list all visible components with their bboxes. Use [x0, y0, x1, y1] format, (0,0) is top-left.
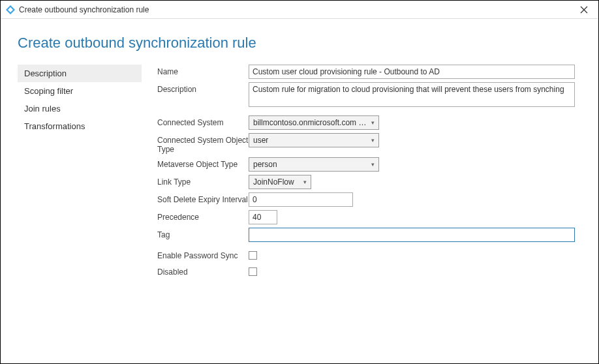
precedence-label: Precedence [157, 210, 249, 222]
disabled-label: Disabled [157, 265, 249, 277]
disabled-checkbox[interactable] [249, 267, 257, 276]
soft-delete-input[interactable] [249, 192, 353, 207]
sidebar-item-label: Description [24, 68, 67, 78]
window-title: Create outbound synchronization rule [19, 5, 571, 14]
select-value: JoinNoFlow [253, 177, 294, 187]
sidebar-item-label: Scoping filter [24, 86, 73, 96]
form-area: Name Description Custom rule for migrati… [157, 65, 581, 281]
close-button[interactable] [571, 1, 597, 19]
app-icon [6, 5, 15, 14]
sidebar-item-label: Join rules [24, 104, 61, 114]
titlebar: Create outbound synchronization rule [1, 1, 598, 19]
name-input[interactable] [249, 65, 575, 79]
soft-delete-label: Soft Delete Expiry Interval [157, 192, 249, 204]
description-label: Description [157, 82, 249, 94]
close-icon [580, 6, 588, 14]
name-label: Name [157, 65, 249, 76]
connected-system-object-type-select[interactable]: user ▾ [249, 133, 379, 147]
metaverse-object-type-select[interactable]: person ▾ [249, 157, 379, 172]
select-value: person [253, 160, 277, 169]
select-value: billmcontoso.onmicrosoft.com - ... [253, 118, 367, 127]
select-value: user [253, 136, 268, 145]
precedence-input[interactable] [249, 210, 277, 224]
chevron-down-icon: ▾ [371, 137, 375, 144]
sidebar-item-label: Transformations [24, 121, 85, 131]
chevron-down-icon: ▾ [303, 179, 307, 185]
sidebar-item-transformations[interactable]: Transformations [18, 117, 142, 135]
tag-input[interactable] [249, 228, 575, 242]
sidebar-item-join-rules[interactable]: Join rules [18, 100, 142, 117]
tag-label: Tag [157, 228, 249, 239]
link-type-select[interactable]: JoinNoFlow ▾ [249, 175, 311, 189]
metaverse-object-type-label: Metaverse Object Type [157, 157, 249, 169]
content-area: Create outbound synchronization rule Des… [1, 19, 598, 297]
description-input[interactable]: Custom rule for migration to cloud provi… [249, 82, 575, 107]
chevron-down-icon: ▾ [371, 161, 375, 168]
connected-system-object-type-label: Connected System Object Type [157, 133, 249, 154]
sidebar-item-description[interactable]: Description [18, 65, 142, 82]
connected-system-label: Connected System [157, 115, 249, 127]
page-title: Create outbound synchronization rule [18, 35, 581, 52]
enable-password-sync-checkbox[interactable] [249, 251, 257, 260]
connected-system-select[interactable]: billmcontoso.onmicrosoft.com - ... ▾ [249, 115, 379, 130]
chevron-down-icon: ▾ [371, 119, 375, 126]
sidebar: Description Scoping filter Join rules Tr… [18, 65, 142, 281]
sidebar-item-scoping-filter[interactable]: Scoping filter [18, 82, 142, 100]
enable-password-sync-label: Enable Password Sync [157, 249, 249, 260]
link-type-label: Link Type [157, 175, 249, 187]
